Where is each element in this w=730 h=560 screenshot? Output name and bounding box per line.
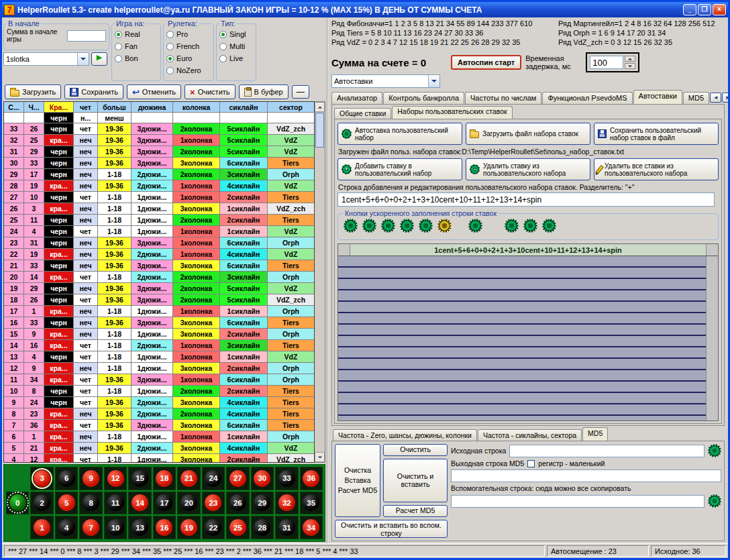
slot-combobox[interactable]: 1slotka [3,52,89,66]
chip-1[interactable] [344,219,358,233]
set-list-row[interactable] [338,416,706,421]
roulette-number-20[interactable]: 20 [180,494,197,511]
roulette-number-9[interactable]: 9 [83,470,99,487]
radio-multi[interactable]: Multi [219,40,253,52]
roulette-number-6[interactable]: 6 [58,470,75,487]
set-list-row[interactable] [338,393,706,404]
close-button[interactable]: × [713,4,726,15]
chip-6[interactable] [437,219,452,233]
table-row[interactable]: 823кра...неч19-362дюжи...2колонка4сиклай… [4,408,314,420]
table-row[interactable]: 61кра...неч1-181дюжи...1колонка1сиклайнO… [4,431,314,443]
roulette-number-4[interactable]: 4 [58,519,75,536]
chip-9[interactable] [523,219,537,233]
roulette-number-35[interactable]: 35 [303,494,319,511]
roulette-number-8[interactable]: 8 [83,494,99,511]
set-list-row[interactable] [338,313,706,325]
roulette-number-7[interactable]: 7 [83,519,99,536]
roulette-number-18[interactable]: 18 [156,470,172,487]
freqtab-частота-сиклайны-сектора[interactable]: Частота - сиклайны, сектора [478,429,582,441]
subtab-общие-ставки[interactable]: Общие ставки [334,108,391,119]
md5-calc-button[interactable]: Расчет MD5 [383,505,448,517]
autospin-start-button[interactable]: Автоспин старт [451,55,521,70]
set-list-row[interactable] [338,382,706,393]
tab-частоты-по-числам[interactable]: Частоты по числам [465,92,541,104]
set-list-row[interactable] [338,279,706,290]
remove-all-stakes-button[interactable]: Удалить все ставки из пользовательского … [594,158,719,180]
chip-7[interactable] [468,219,482,233]
radio-live[interactable]: Live [219,52,253,64]
radio-euro[interactable]: Euro [166,52,211,64]
table-row[interactable]: 736кра...чет19-363дюжи...3колонка6сиклай… [4,420,314,431]
tab-scroll-right-icon[interactable]: ► [722,93,730,103]
md5-source-input[interactable] [509,445,705,457]
tab-автоставки[interactable]: Автоставки [633,90,682,104]
table-row[interactable]: 521кра...неч19-362дюжи...3колонка4сиклай… [4,443,314,454]
md5-clear-paste-calc-button[interactable]: Очистка Вставка Расчет MD5 [335,444,380,517]
spin-up-icon[interactable] [625,56,635,62]
stake-string-input[interactable] [337,192,715,207]
table-row[interactable]: 134чернчет1-181дюжи...1колонка1сиклайнVd… [4,351,314,363]
table-row[interactable]: 2511черннеч1-181дюжи...2колонка2сиклайнT… [4,215,314,226]
roulette-number-28[interactable]: 28 [254,519,270,536]
tab-md5[interactable]: MD5 [683,92,709,104]
chip-5[interactable] [419,219,433,233]
roulette-number-11[interactable]: 11 [107,494,124,511]
set-list-row[interactable] [338,404,706,416]
roulette-number-23[interactable]: 23 [205,494,221,511]
table-row[interactable]: 3129черннеч19-363дюжи...2колонка5сиклайн… [4,146,314,158]
roulette-number-32[interactable]: 32 [278,494,295,511]
roulette-number-22[interactable]: 22 [205,519,221,536]
chip-8[interactable] [505,219,519,233]
md5-output-input[interactable] [451,469,721,482]
table-row[interactable]: 129кра...неч1-181дюжи...3колонка2сиклайн… [4,363,314,374]
table-row[interactable]: 108чернчет1-181дюжи...2колонка2сиклайнTi… [4,386,314,397]
chip-4[interactable] [400,219,414,233]
table-row[interactable]: 3326чернчет19-363дюжи...2колонка5сиклайн… [4,123,314,135]
radio-fan[interactable]: Fan [115,40,158,52]
scrollbar-thumb[interactable] [315,113,324,148]
set-list-row[interactable] [338,336,706,347]
roulette-number-17[interactable]: 17 [156,494,172,511]
table-row[interactable]: 924чернчет19-362дюжи...3колонка4сиклайнT… [4,397,314,408]
table-row[interactable]: 1929черннеч19-363дюжи...2колонка5сиклайн… [4,283,314,294]
set-list-row[interactable] [338,359,706,370]
roulette-number-21[interactable]: 21 [180,470,197,487]
table-row[interactable]: 263кра...неч1-181дюжи...3колонка1сиклайн… [4,203,314,215]
set-list-row[interactable] [338,302,706,313]
radio-bon[interactable]: Bon [115,52,158,64]
roulette-number-12[interactable]: 12 [107,470,124,487]
scroll-up-icon[interactable] [315,102,325,112]
set-list-row[interactable] [338,256,706,268]
roulette-number-27[interactable]: 27 [229,470,246,487]
table-row[interactable]: 244чернчет1-181дюжи...1колонка1сиклайнVd… [4,226,314,237]
radio-real[interactable]: Real [115,28,158,40]
table-row[interactable]: 3033черннеч19-363дюжи...3колонка6сиклайн… [4,158,314,169]
collapse-button[interactable]: — [292,85,309,99]
table-row[interactable]: 1134кра...чет19-363дюжи...1колонка6сикла… [4,374,314,386]
radio-nozero[interactable]: NoZero [166,64,211,76]
table-row[interactable]: 2917черннеч1-182дюжи...2колонка3сиклайнO… [4,169,314,180]
roulette-number-1[interactable]: 1 [34,519,50,536]
table-scrollbar[interactable] [315,101,325,463]
roulette-number-16[interactable]: 16 [156,519,172,536]
roulette-number-33[interactable]: 33 [278,470,295,487]
autostake-user-set-button[interactable]: Автоставка пользовательский набор [337,123,462,145]
roulette-number-0[interactable]: 0 [9,494,26,511]
roulette-number-26[interactable]: 26 [229,494,246,511]
chip-action-icon[interactable] [708,494,721,508]
remove-stake-button[interactable]: −Удалить ставку из пользовательского наб… [466,158,590,180]
tab-функционал-psevdoms[interactable]: Функционал PsevdoMS [542,92,632,104]
register-checkbox[interactable] [527,460,535,467]
set-list-row[interactable] [338,325,706,336]
spin-down-icon[interactable] [625,63,635,69]
chip-3[interactable] [381,219,395,233]
set-list-row[interactable] [338,268,706,279]
autostakes-combobox[interactable]: Автоставки [331,74,440,88]
radio-french[interactable]: French [166,40,211,52]
md5-clear-paste-button[interactable]: Очистить и вставить [383,459,448,503]
tab-анализатор[interactable]: Анализатор [331,92,382,104]
table-row[interactable]: 2819кра...неч19-362дюжи...1колонка4сикла… [4,180,314,192]
table-row[interactable]: 2331черннеч19-363дюжи...1колонка6сиклайн… [4,237,314,249]
roulette-number-31[interactable]: 31 [278,519,295,536]
roulette-number-2[interactable]: 2 [34,494,50,511]
